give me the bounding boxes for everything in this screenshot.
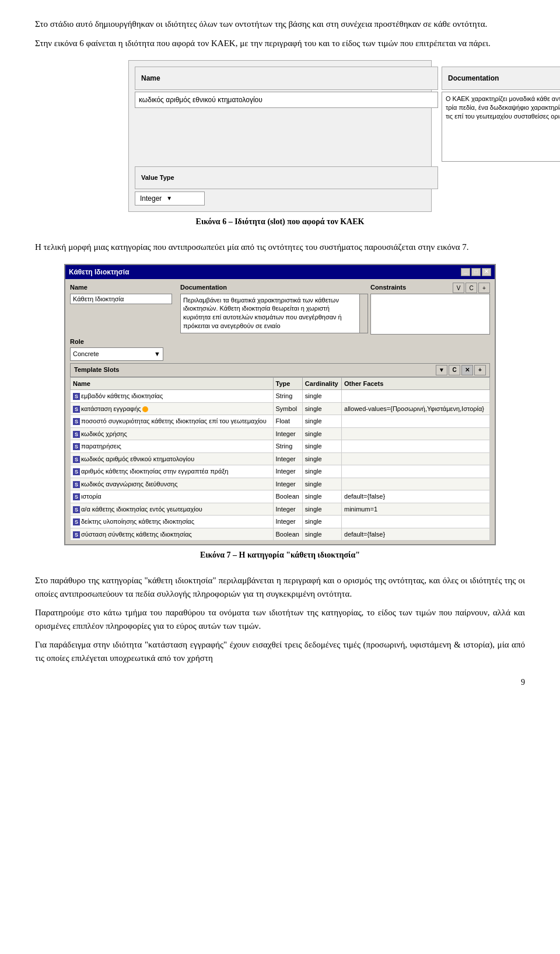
slot-name-cell: Sκατάσταση εγγραφής bbox=[71, 402, 274, 415]
template-slots-table: Name Type Cardinality Other Facets Sεμβα… bbox=[70, 377, 490, 541]
slot-name-cell: Sσύσταση σύνθετης κάθετης ιδιοκτησίας bbox=[71, 528, 274, 541]
role-dropdown-arrow-icon: ▼ bbox=[154, 349, 160, 359]
figure-6-container: Name κωδικός αριθμός εθνικού κτηματολογί… bbox=[35, 60, 525, 230]
slot-facets-cell: allowed-values={Προσωρινή,Υφιστάμενη,Ιστ… bbox=[342, 402, 490, 415]
slot-cardinality-cell: single bbox=[302, 528, 341, 541]
slot-name-cell: Sιστορία bbox=[71, 490, 274, 503]
table-row: Sαριθμός κάθετης ιδιοκτησίας στην εγγραπ… bbox=[71, 465, 490, 478]
slot-type-cell: String bbox=[273, 440, 302, 453]
titlebar-buttons: _ □ ✕ bbox=[461, 268, 491, 276]
slot-facets-cell bbox=[342, 390, 490, 403]
kath-constraints-area bbox=[370, 294, 490, 335]
slot-name-cell: Sεμβαδόν κάθετης ιδιοκτησίας bbox=[71, 390, 274, 403]
kath-role-label: Role bbox=[70, 337, 178, 347]
slot-name-cell: Sποσοστό συγκυριότητας κάθετης ιδιοκτησί… bbox=[71, 415, 274, 428]
paragraph-6: Για παράδειγμα στην ιδιότητα "κατάσταση … bbox=[35, 638, 525, 664]
template-slots-header: Template Slots ▼ C ✕ + bbox=[70, 363, 490, 377]
slot-cardinality-cell: single bbox=[302, 490, 341, 503]
kath-role-select[interactable]: Concrete ▼ bbox=[70, 347, 163, 361]
slot-cardinality-cell: single bbox=[302, 427, 341, 440]
kath-window: Κάθετη Ιδιοκτησία _ □ ✕ Name Documentati… bbox=[64, 264, 496, 545]
slot-cardinality-cell: single bbox=[302, 390, 341, 403]
kath-doc-label: Documentation bbox=[180, 283, 368, 293]
fig6-valuetype-value: Integer bbox=[140, 193, 162, 204]
ts-x-button[interactable]: ✕ bbox=[461, 365, 473, 375]
kath-name-input[interactable] bbox=[70, 294, 172, 304]
c-button[interactable]: C bbox=[466, 283, 477, 293]
slot-cardinality-cell: single bbox=[302, 516, 341, 528]
slot-name-cell: Sδείκτης υλοποίησης κάθετης ιδιοκτησίας bbox=[71, 516, 274, 528]
table-row: Sεμβαδόν κάθετης ιδιοκτησίαςStringsingle bbox=[71, 390, 490, 403]
kath-name-label: Name bbox=[70, 283, 178, 293]
table-row: Sκωδικός χρήσηςIntegersingle bbox=[71, 427, 490, 440]
table-row: SπαρατηρήσειςStringsingle bbox=[71, 440, 490, 453]
slot-name-cell: Sκωδικός χρήσης bbox=[71, 427, 274, 440]
template-slots-label: Template Slots bbox=[74, 365, 119, 375]
kath-title: Κάθετη Ιδιοκτησία bbox=[69, 267, 130, 277]
minimize-button[interactable]: _ bbox=[461, 268, 470, 276]
plus-button[interactable]: + bbox=[478, 283, 490, 293]
col-header-cardinality: Cardinality bbox=[302, 377, 341, 390]
slot-cardinality-cell: single bbox=[302, 440, 341, 453]
col-header-type: Type bbox=[273, 377, 302, 390]
fig6-valuetype-label: Value Type bbox=[135, 166, 438, 189]
figure-7-caption: Εικόνα 7 – Η κατηγορία "κάθετη ιδιοκτησί… bbox=[200, 549, 360, 561]
slot-name-cell: Sκωδικός αναγνώρισης διεύθυνσης bbox=[71, 478, 274, 490]
slot-name-cell: Sα/α κάθετης ιδιοκτησίας εντός γεωτεμαχί… bbox=[71, 503, 274, 516]
slot-type-cell: Integer bbox=[273, 427, 302, 440]
kath-titlebar: Κάθετη Ιδιοκτησία _ □ ✕ bbox=[65, 265, 495, 279]
kath-doc-value: Περιλαμβάνει τα θεματικά χαρακτηριστικά … bbox=[183, 297, 342, 330]
paragraph-2: Στην εικόνα 6 φαίνεται η ιδιότητα που αφ… bbox=[35, 37, 525, 50]
slot-name-cell: Sπαρατηρήσεις bbox=[71, 440, 274, 453]
fig6-doc-value: Ο ΚΑΕΚ χαρακτηρίζει μοναδικά κάθε αντικε… bbox=[442, 92, 560, 162]
ts-v-button[interactable]: ▼ bbox=[436, 365, 447, 375]
table-row: Sποσοστό συγκυριότητας κάθετης ιδιοκτησί… bbox=[71, 415, 490, 428]
slot-type-cell: Boolean bbox=[273, 528, 302, 541]
paragraph-1: Στο στάδιο αυτό δημιουργήθηκαν οι ιδιότη… bbox=[35, 18, 525, 31]
dropdown-arrow-icon: ▼ bbox=[166, 194, 172, 203]
slot-type-cell: Symbol bbox=[273, 402, 302, 415]
table-row: SιστορίαBooleansingledefault={false} bbox=[71, 490, 490, 503]
close-button[interactable]: ✕ bbox=[482, 268, 491, 276]
slot-facets-cell bbox=[342, 452, 490, 465]
slot-facets-cell: default={false} bbox=[342, 490, 490, 503]
slot-type-cell: Float bbox=[273, 415, 302, 428]
slot-facets-cell: minimum=1 bbox=[342, 503, 490, 516]
paragraph-4: Στο παράθυρο της κατηγορίας "κάθετη ιδιο… bbox=[35, 574, 525, 600]
slot-facets-cell bbox=[342, 465, 490, 478]
table-row: Sκωδικός αριθμός εθνικού κτηματολογίουIn… bbox=[71, 452, 490, 465]
paragraph-3: Η τελική μορφή μιας κατηγορίας που αντιπ… bbox=[35, 241, 525, 254]
slot-facets-cell bbox=[342, 415, 490, 428]
slot-facets-cell bbox=[342, 478, 490, 490]
kath-constraints-label: Constraints bbox=[370, 283, 406, 293]
fig6-valuetype-select[interactable]: Integer ▼ bbox=[135, 192, 205, 206]
fig6-doc-header: Documentation bbox=[442, 67, 560, 90]
maximize-button[interactable]: □ bbox=[471, 268, 481, 276]
slot-cardinality-cell: single bbox=[302, 415, 341, 428]
slot-type-cell: Integer bbox=[273, 503, 302, 516]
slot-cardinality-cell: single bbox=[302, 503, 341, 516]
col-header-name: Name bbox=[71, 377, 274, 390]
col-header-facets: Other Facets bbox=[342, 377, 490, 390]
fig6-name-value: κωδικός αριθμός εθνικού κτηματολογίου bbox=[135, 92, 438, 108]
kath-body: Name Documentation Περιλαμβάνει τα θεματ… bbox=[65, 279, 495, 544]
ts-c-button[interactable]: C bbox=[449, 365, 460, 375]
figure-6-caption: Εικόνα 6 – Ιδιότητα (slot) που αφορά τον… bbox=[196, 215, 365, 228]
slot-cardinality-cell: single bbox=[302, 452, 341, 465]
slot-type-cell: Boolean bbox=[273, 490, 302, 503]
ts-plus-button[interactable]: + bbox=[474, 365, 486, 375]
slot-facets-cell bbox=[342, 427, 490, 440]
v-button[interactable]: V bbox=[453, 283, 464, 293]
table-row: Sδείκτης υλοποίησης κάθετης ιδιοκτησίαςI… bbox=[71, 516, 490, 528]
slot-name-cell: Sκωδικός αριθμός εθνικού κτηματολογίου bbox=[71, 452, 274, 465]
slot-type-cell: Integer bbox=[273, 452, 302, 465]
paragraph-5: Παρατηρούμε στο κάτω τμήμα του παραθύρου… bbox=[35, 606, 525, 632]
slot-facets-cell bbox=[342, 516, 490, 528]
table-row: Sκατάσταση εγγραφήςSymbolsingleallowed-v… bbox=[71, 402, 490, 415]
table-row: Sσύσταση σύνθετης κάθετης ιδιοκτησίαςBoo… bbox=[71, 528, 490, 541]
doc-scrollbar[interactable] bbox=[359, 294, 368, 333]
page-number: 9 bbox=[35, 676, 525, 688]
slot-cardinality-cell: single bbox=[302, 465, 341, 478]
slot-type-cell: String bbox=[273, 390, 302, 403]
kaek-window: Name κωδικός αριθμός εθνικού κτηματολογί… bbox=[128, 60, 432, 212]
